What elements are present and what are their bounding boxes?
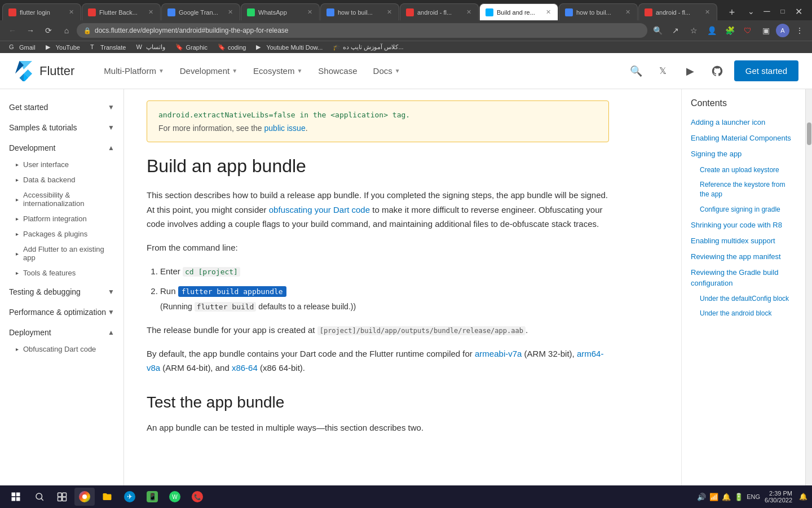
bookmark-item[interactable]: ▶YouTube bbox=[41, 42, 85, 53]
contents-link-0[interactable]: Adding a launcher icon bbox=[691, 117, 796, 128]
sidebar-section-header-4[interactable]: Performance & optimization▼ bbox=[0, 303, 123, 321]
bookmark-item[interactable]: 🎓کلاس آموزش تایپ ده... bbox=[328, 42, 408, 53]
contents-link-11[interactable]: Under the android block bbox=[691, 309, 796, 318]
contents-link-7[interactable]: Enabling multidex support bbox=[691, 236, 796, 246]
browser-tab[interactable]: how to buil... ✕ bbox=[559, 3, 638, 20]
maximize-button[interactable]: □ bbox=[776, 5, 789, 18]
reload-button[interactable]: ⟳ bbox=[41, 23, 56, 38]
taskbar-telegram[interactable]: ✈ bbox=[120, 488, 140, 506]
sidebar-item-2-1[interactable]: ▸Data & backend bbox=[0, 172, 123, 187]
notification-icon[interactable]: 🔔 bbox=[799, 493, 807, 501]
contents-link-9[interactable]: Reviewing the Gradle build configuration bbox=[691, 268, 796, 288]
close-button[interactable]: ✕ bbox=[792, 5, 805, 18]
browser-tab[interactable]: Google Tran... ✕ bbox=[161, 3, 240, 20]
taskbar-task-view[interactable] bbox=[52, 488, 72, 506]
volume-icon[interactable]: 🔔 bbox=[722, 493, 731, 501]
browser-tab[interactable]: WhatsApp ✕ bbox=[241, 3, 320, 20]
tab-close-button[interactable]: ✕ bbox=[704, 7, 711, 17]
contents-link-3[interactable]: Create an upload keystore bbox=[691, 165, 796, 175]
sidebar-section-header-3[interactable]: Testing & debugging▼ bbox=[0, 283, 123, 301]
home-button[interactable]: ⌂ bbox=[59, 23, 74, 38]
tab-close-button[interactable]: ✕ bbox=[68, 7, 75, 17]
back-button[interactable]: ← bbox=[5, 23, 20, 38]
taskbar-files[interactable] bbox=[97, 488, 117, 506]
sidebar-item-5-0[interactable]: ▸Obfuscating Dart code bbox=[0, 341, 123, 357]
get-started-button[interactable]: Get started bbox=[734, 60, 798, 81]
contents-link-1[interactable]: Enabling Material Components bbox=[691, 133, 796, 143]
armeabi-link[interactable]: armeabi-v7a bbox=[475, 349, 522, 358]
share-icon[interactable]: ↗ bbox=[668, 23, 683, 38]
tab-close-button[interactable]: ✕ bbox=[624, 7, 632, 17]
obfuscate-link[interactable]: obfuscating your Dart code bbox=[269, 205, 370, 214]
tab-close-button[interactable]: ✕ bbox=[386, 7, 393, 17]
bookmark-item[interactable]: ▶Youtube Multi Dow... bbox=[251, 42, 327, 53]
taskbar-misc2[interactable]: W bbox=[165, 488, 185, 506]
nav-link[interactable]: Multi-Platform▼ bbox=[97, 62, 170, 80]
browser-tab[interactable]: Build and re... ✕ bbox=[479, 3, 558, 20]
taskbar-time[interactable]: 2:39 PM 6/30/2022 bbox=[765, 490, 792, 503]
tab-close-button[interactable]: ✕ bbox=[227, 7, 234, 17]
taskbar-search[interactable] bbox=[29, 488, 50, 506]
minimize-button[interactable]: ─ bbox=[760, 5, 774, 18]
x86-link[interactable]: x86-64 bbox=[232, 363, 258, 373]
bookmark-item[interactable]: 🔖coding bbox=[213, 42, 250, 53]
contents-link-8[interactable]: Reviewing the app manifest bbox=[691, 252, 796, 262]
taskbar-misc3[interactable]: 📞 bbox=[187, 488, 208, 506]
sidebar-section-header-1[interactable]: Samples & tutorials▼ bbox=[0, 119, 123, 137]
browser-tab[interactable]: android - fl... ✕ bbox=[638, 3, 717, 20]
right-scrollbar[interactable] bbox=[805, 89, 812, 508]
browser-tab[interactable]: Flutter Back... ✕ bbox=[82, 3, 161, 20]
tab-close-button[interactable]: ✕ bbox=[465, 7, 473, 17]
sidebar-section-header-5[interactable]: Deployment▲ bbox=[0, 323, 123, 341]
nav-link[interactable]: Showcase bbox=[311, 62, 364, 80]
tab-close-button[interactable]: ✕ bbox=[147, 7, 155, 17]
wifi-icon[interactable]: 📶 bbox=[709, 493, 718, 501]
lang-indicator[interactable]: ENG bbox=[747, 493, 760, 500]
forward-button[interactable]: → bbox=[23, 23, 38, 38]
contents-link-6[interactable]: Shrinking your code with R8 bbox=[691, 220, 796, 230]
github-icon[interactable] bbox=[707, 61, 727, 81]
search-nav-icon[interactable]: 🔍 bbox=[626, 61, 646, 81]
shield-icon[interactable]: 🛡 bbox=[740, 23, 756, 38]
browser-tab[interactable]: android - fl... ✕ bbox=[400, 3, 479, 20]
menu-icon[interactable]: ⋮ bbox=[792, 23, 807, 38]
tab-list-button[interactable]: ⌄ bbox=[744, 5, 758, 18]
contents-link-2[interactable]: Signing the app bbox=[691, 149, 796, 159]
sidebar-item-2-0[interactable]: ▸User interface bbox=[0, 157, 123, 172]
sidebar-item-2-5[interactable]: ▸Add Flutter to an existing app bbox=[0, 242, 123, 265]
sidebar-toggle-icon[interactable]: ▣ bbox=[758, 23, 774, 38]
sidebar-item-2-3[interactable]: ▸Platform integration bbox=[0, 211, 123, 226]
sidebar-item-2-6[interactable]: ▸Tools & features bbox=[0, 265, 123, 281]
contents-link-5[interactable]: Configure signing in gradle bbox=[691, 205, 796, 214]
nav-link[interactable]: Ecosystem▼ bbox=[246, 62, 309, 80]
contents-link-10[interactable]: Under the defaultConfig block bbox=[691, 294, 796, 304]
profile-icon[interactable]: 👤 bbox=[704, 23, 720, 38]
contents-link-4[interactable]: Reference the keystore from the app bbox=[691, 180, 796, 199]
tab-close-button[interactable]: ✕ bbox=[306, 7, 314, 17]
extensions-icon[interactable]: 🧩 bbox=[722, 23, 738, 38]
twitter-icon[interactable]: 𝕏 bbox=[653, 61, 673, 81]
battery-icon[interactable]: 🔋 bbox=[734, 493, 743, 501]
youtube-icon[interactable]: ▶ bbox=[680, 61, 700, 81]
start-button[interactable] bbox=[5, 488, 27, 506]
sidebar-section-header-0[interactable]: Get started▼ bbox=[0, 98, 123, 116]
nav-link[interactable]: Development▼ bbox=[173, 62, 244, 80]
browser-tab[interactable]: flutter login ✕ bbox=[2, 3, 81, 20]
address-bar[interactable]: 🔒 docs.flutter.dev/deployment/android#bu… bbox=[77, 23, 647, 38]
tab-close-button[interactable]: ✕ bbox=[545, 7, 552, 17]
sidebar-section-header-2[interactable]: Development▲ bbox=[0, 139, 123, 157]
taskbar-misc1[interactable]: 📱 bbox=[142, 488, 162, 506]
profile-avatar-icon[interactable]: A bbox=[776, 24, 789, 37]
sidebar-item-2-2[interactable]: ▸Accessibility & internationalization bbox=[0, 187, 123, 211]
bookmark-icon[interactable]: ☆ bbox=[686, 23, 701, 38]
bookmark-item[interactable]: 🔖Graphic bbox=[171, 42, 212, 53]
public-issue-link[interactable]: public issue bbox=[264, 124, 306, 133]
bookmark-item[interactable]: Wواتساپ bbox=[131, 42, 170, 53]
search-icon[interactable]: 🔍 bbox=[650, 23, 665, 38]
bookmark-item[interactable]: TTranslate bbox=[86, 42, 130, 53]
sidebar-item-2-4[interactable]: ▸Packages & plugins bbox=[0, 226, 123, 242]
new-tab-button[interactable]: + bbox=[724, 5, 740, 20]
taskbar-chrome[interactable] bbox=[74, 488, 95, 506]
bookmark-item[interactable]: GGmail bbox=[5, 42, 40, 53]
nav-link[interactable]: Docs▼ bbox=[367, 62, 407, 80]
